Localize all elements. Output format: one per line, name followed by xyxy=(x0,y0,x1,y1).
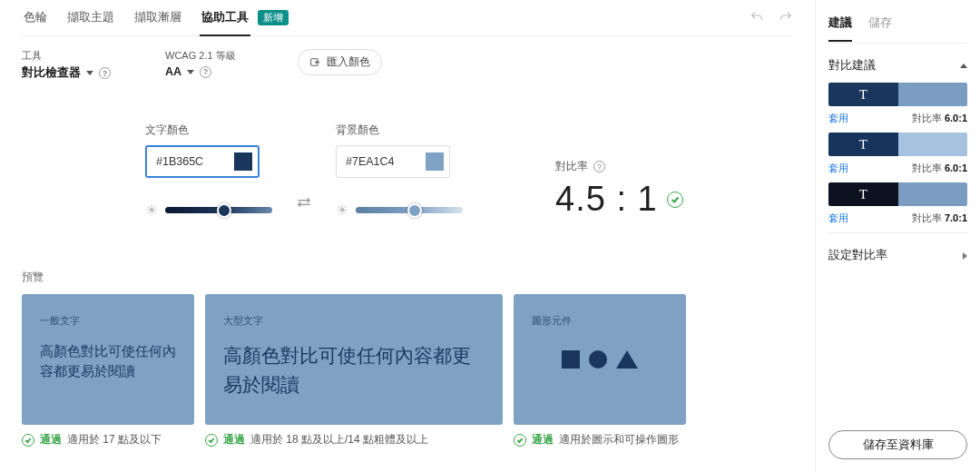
preview-heading: 預覽 xyxy=(22,270,793,285)
new-chip: 新增 xyxy=(258,10,289,25)
tool-label: 工具 xyxy=(22,49,111,63)
square-icon xyxy=(562,350,580,369)
sidebar: 建議 儲存 對比建議 T 套用 對比率 6.0:1 T 套用 對比率 6.0:1… xyxy=(815,0,980,472)
section-label: 設定對比率 xyxy=(828,248,887,263)
brightness-icon: ☀ xyxy=(145,202,158,219)
suggestion-swatch[interactable]: T xyxy=(828,133,967,156)
import-icon xyxy=(309,56,321,68)
contrast-suggestions-toggle[interactable]: 對比建議 xyxy=(828,44,967,83)
suggestion-swatch[interactable]: T xyxy=(828,83,967,106)
sidebar-tab-saved[interactable]: 儲存 xyxy=(868,15,892,40)
card-body: 高顏色對比可使任何內容都更易於閱讀 xyxy=(223,342,485,399)
import-label: 匯入顏色 xyxy=(327,54,370,70)
preview-normal-text: 一般文字 高顏色對比可使任何內容都更易於閱讀 xyxy=(22,294,194,425)
pass-icon xyxy=(667,192,683,208)
help-icon[interactable]: ? xyxy=(593,161,605,172)
pass-icon xyxy=(22,434,34,447)
card-title: 一般文字 xyxy=(40,314,176,328)
pass-label: 通過 xyxy=(223,432,245,447)
set-ratio-button[interactable]: 設定對比率 xyxy=(828,232,967,278)
tab-extract-gradient[interactable]: 擷取漸層 xyxy=(132,0,183,35)
chevron-down-icon xyxy=(187,70,194,74)
chevron-right-icon xyxy=(963,252,967,260)
card-title: 大型文字 xyxy=(223,314,485,328)
triangle-icon xyxy=(616,350,638,369)
import-colors-button[interactable]: 匯入顏色 xyxy=(298,49,382,75)
suggestion-swatch[interactable]: T xyxy=(828,182,967,206)
workspace: 文字顏色 #1B365C ☀ 背景顏色 #7EA1C4 xyxy=(145,123,793,447)
subbar: 工具 對比檢查器 ? WCAG 2.1 等級 AA ? 匯入顏色 xyxy=(22,36,793,86)
bg-swatch[interactable] xyxy=(426,152,444,171)
sidebar-tabs: 建議 儲存 xyxy=(828,15,967,44)
ratio-value: 4.5 : 1 xyxy=(555,180,683,219)
brightness-icon: ☀ xyxy=(336,202,348,219)
wcag-label: WCAG 2.1 等級 xyxy=(165,49,236,63)
status-normal: 通過 適用於 17 點及以下 xyxy=(22,432,194,447)
help-icon[interactable]: ? xyxy=(200,66,211,78)
text-color-label: 文字顏色 xyxy=(145,123,272,138)
card-title: 圖形元件 xyxy=(532,314,572,328)
bg-color-value: #7EA1C4 xyxy=(346,155,395,168)
tab-label: 協助工具 xyxy=(201,10,249,25)
preview-graphic: 圖形元件 xyxy=(514,294,686,425)
tab-accessibility[interactable]: 協助工具 xyxy=(200,1,250,36)
status-large: 通過 適用於 18 點及以上/14 點粗體及以上 xyxy=(205,432,503,447)
chevron-down-icon xyxy=(960,64,967,68)
swap-button[interactable] xyxy=(292,186,316,219)
suggestion-ratio: 對比率 6.0:1 xyxy=(912,162,967,175)
section-label: 對比建議 xyxy=(828,58,876,74)
pass-label: 通過 xyxy=(532,432,554,447)
pass-label: 通過 xyxy=(40,432,62,447)
status-note: 適用於 18 點及以上/14 點粗體及以上 xyxy=(250,432,428,447)
apply-button[interactable]: 套用 xyxy=(828,211,848,225)
pass-icon xyxy=(514,434,526,447)
tab-wheel[interactable]: 色輪 xyxy=(22,0,49,35)
status-note: 適用於 17 點及以下 xyxy=(67,432,162,447)
wcag-value: AA xyxy=(165,65,181,78)
circle-icon xyxy=(589,350,607,369)
pass-icon xyxy=(205,434,218,447)
wcag-select[interactable]: AA ? xyxy=(165,65,236,78)
apply-button[interactable]: 套用 xyxy=(828,112,848,125)
text-swatch[interactable] xyxy=(234,152,252,171)
preview-large-text: 大型文字 高顏色對比可使任何內容都更易於閱讀 xyxy=(205,294,503,425)
bg-color-label: 背景顏色 xyxy=(336,123,463,138)
text-color-value: #1B365C xyxy=(156,155,203,168)
tab-extract-theme[interactable]: 擷取主題 xyxy=(65,0,116,35)
apply-button[interactable]: 套用 xyxy=(828,162,848,175)
redo-icon[interactable] xyxy=(779,10,793,27)
text-color-input[interactable]: #1B365C xyxy=(145,145,260,178)
save-to-library-button[interactable]: 儲存至資料庫 xyxy=(828,430,967,459)
tool-value: 對比檢查器 xyxy=(22,65,81,81)
card-body: 高顏色對比可使任何內容都更易於閱讀 xyxy=(40,342,176,382)
chevron-down-icon xyxy=(86,71,93,75)
sidebar-tab-suggestions[interactable]: 建議 xyxy=(828,15,852,42)
main-tabs: 色輪 擷取主題 擷取漸層 協助工具 新增 xyxy=(22,0,793,36)
ratio-label: 對比率? xyxy=(555,159,683,174)
status-graphic: 通過 適用於圖示和可操作圖形 xyxy=(514,432,686,447)
status-note: 適用於圖示和可操作圖形 xyxy=(559,432,679,447)
suggestion-ratio: 對比率 6.0:1 xyxy=(912,112,967,125)
help-icon[interactable]: ? xyxy=(99,67,111,79)
text-lightness-slider[interactable] xyxy=(165,207,272,213)
suggestion-ratio: 對比率 7.0:1 xyxy=(912,211,967,225)
tool-select[interactable]: 對比檢查器 ? xyxy=(22,65,111,81)
bg-color-input[interactable]: #7EA1C4 xyxy=(336,145,450,178)
bg-lightness-slider[interactable] xyxy=(356,207,463,213)
undo-icon[interactable] xyxy=(750,10,764,27)
